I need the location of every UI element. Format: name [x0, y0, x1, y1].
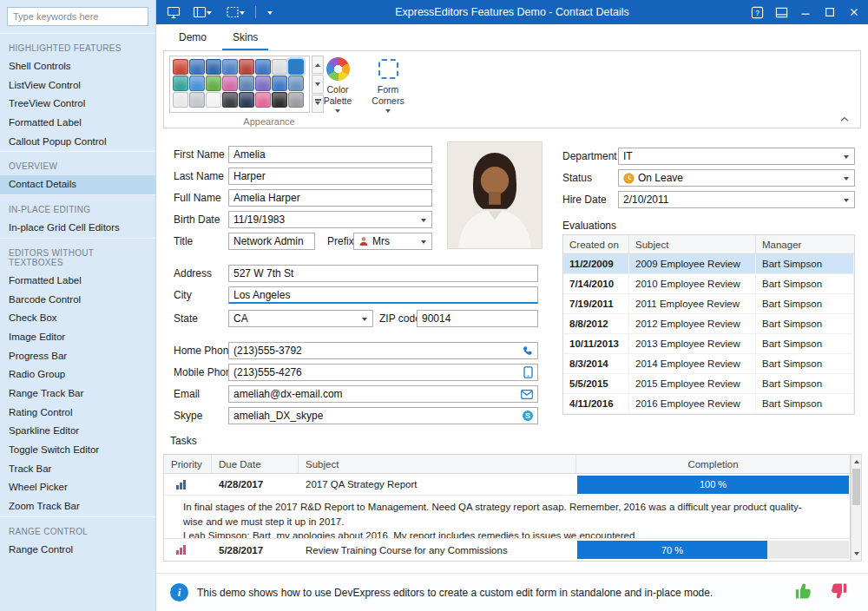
skin-swatch[interactable] [206, 59, 221, 75]
column-header-due-date[interactable]: Due Date [212, 455, 299, 474]
sidebar-item-barcode-control[interactable]: Barcode Control [0, 291, 155, 310]
layout-panel-button[interactable] [189, 0, 215, 24]
full-name-field[interactable] [228, 189, 432, 207]
chevron-down-icon[interactable] [418, 233, 430, 249]
skin-swatch[interactable] [288, 76, 304, 91]
skin-swatch-selected[interactable] [288, 59, 304, 75]
eval-cell-subject[interactable]: 2009 Employee Review [629, 254, 756, 274]
title-field[interactable] [228, 233, 315, 250]
skin-swatch[interactable] [255, 76, 271, 91]
skin-swatch[interactable] [288, 92, 304, 108]
task-due-date[interactable]: 5/28/2017 [212, 539, 299, 561]
ribbon-display-button[interactable] [769, 0, 793, 24]
eval-cell-subject[interactable]: 2016 Employee Review [629, 394, 756, 414]
task-priority-cell[interactable] [164, 539, 212, 561]
eval-cell-manager[interactable]: Bart Simpson [756, 334, 854, 354]
eval-cell-manager[interactable]: Bart Simpson [756, 354, 854, 374]
skin-swatch[interactable] [189, 92, 205, 108]
scroll-down-icon[interactable] [854, 552, 859, 558]
home-phone-input[interactable] [233, 345, 518, 357]
eval-cell-created[interactable]: 10/11/2013 [563, 334, 629, 354]
eval-cell-created[interactable]: 5/5/2015 [563, 374, 629, 394]
eval-cell-subject[interactable]: 2011 Employee Review [629, 294, 756, 314]
mobile-phone-input[interactable] [233, 366, 520, 378]
prefix-combobox[interactable]: Mrs [353, 233, 432, 250]
column-header-priority[interactable]: Priority [164, 455, 212, 474]
sidebar-item-check-box[interactable]: Check Box [0, 309, 155, 328]
eval-cell-manager[interactable]: Bart Simpson [756, 294, 854, 314]
sidebar-item-zoom-track-bar[interactable]: Zoom Track Bar [0, 497, 155, 516]
task-subject[interactable]: 2017 QA Strategy Report [299, 474, 576, 496]
eval-cell-created[interactable]: 11/2/2009 [563, 254, 629, 274]
eval-cell-subject[interactable]: 2010 Employee Review [629, 274, 756, 294]
city-field[interactable] [228, 286, 538, 304]
email-input[interactable] [233, 388, 517, 400]
sidebar-item-progress-bar[interactable]: Progress Bar [0, 347, 155, 366]
eval-cell-created[interactable]: 8/3/2014 [563, 354, 629, 374]
task-subject[interactable]: Review Training Course for any Commissio… [299, 539, 576, 561]
address-field[interactable] [228, 265, 538, 282]
task-completion-cell[interactable]: 70 % [576, 539, 850, 561]
eval-cell-manager[interactable]: Bart Simpson [756, 254, 854, 274]
sidebar-item-toggle-switch[interactable]: Toggle Switch Editor [0, 441, 155, 460]
thumbs-up-button[interactable] [793, 581, 814, 605]
chevron-down-icon[interactable] [840, 148, 852, 164]
eval-cell-created[interactable]: 7/19/2011 [563, 294, 629, 314]
tasks-scrollbar[interactable] [851, 454, 862, 562]
chevron-down-icon[interactable] [418, 212, 430, 227]
eval-cell-manager[interactable]: Bart Simpson [756, 374, 854, 394]
eval-cell-subject[interactable]: 2013 Employee Review [629, 334, 756, 354]
sidebar-item-range-control[interactable]: Range Control [0, 541, 155, 560]
skin-swatch[interactable] [222, 59, 238, 75]
skin-swatch[interactable] [222, 76, 238, 91]
eval-cell-manager[interactable]: Bart Simpson [756, 394, 854, 414]
sidebar-item-contact-details[interactable]: Contact Details [0, 175, 155, 194]
skin-swatch[interactable] [239, 92, 254, 108]
skin-swatch[interactable] [173, 59, 188, 75]
toolbar-overflow-button[interactable] [263, 0, 277, 24]
scrollbar-thumb[interactable] [852, 469, 860, 505]
search-input[interactable] [13, 11, 142, 22]
skype-field[interactable]: S [228, 407, 538, 424]
skin-swatch[interactable] [255, 92, 271, 108]
sidebar-item-shell-controls[interactable]: Shell Controls [0, 57, 155, 76]
skin-swatch[interactable] [206, 92, 221, 108]
status-combobox[interactable]: On Leave [618, 169, 855, 187]
skin-swatch[interactable] [272, 59, 287, 75]
eval-cell-subject[interactable]: 2012 Employee Review [629, 314, 756, 334]
eval-cell-manager[interactable]: Bart Simpson [756, 314, 854, 334]
task-due-date[interactable]: 4/28/2017 [212, 474, 299, 496]
minimize-button[interactable] [793, 0, 818, 24]
state-combobox[interactable]: CA [228, 310, 373, 327]
email-field[interactable] [228, 385, 538, 403]
skin-swatch[interactable] [173, 92, 188, 108]
sidebar-item-inplace-grid-editors[interactable]: In-place Grid Cell Editors [0, 219, 155, 238]
scroll-up-icon[interactable] [854, 457, 859, 463]
skin-swatch[interactable] [222, 92, 238, 108]
skype-input[interactable] [233, 410, 519, 422]
column-header-task-subject[interactable]: Subject [299, 455, 576, 474]
sidebar-item-callout-popup[interactable]: Callout Popup Control [0, 133, 155, 152]
sidebar-item-track-bar[interactable]: Track Bar [0, 460, 155, 479]
home-phone-field[interactable] [228, 342, 538, 359]
sidebar-item-formatted-label-2[interactable]: Formatted Label [0, 272, 155, 291]
chevron-down-icon[interactable] [840, 192, 852, 207]
skin-swatch[interactable] [239, 59, 254, 75]
sidebar-item-radio-group[interactable]: Radio Group [0, 365, 155, 384]
task-completion-cell[interactable]: 100 % [576, 474, 850, 496]
task-priority-cell[interactable] [164, 474, 212, 496]
column-header-created-on[interactable]: Created on [563, 235, 629, 254]
birth-date-combobox[interactable]: 11/19/1983 [228, 211, 432, 228]
column-header-manager[interactable]: Manager [756, 235, 854, 254]
sidebar-item-image-editor[interactable]: Image Editor [0, 328, 155, 347]
sidebar-item-range-track-bar[interactable]: Range Track Bar [0, 384, 155, 404]
tab-skins[interactable]: Skins [222, 27, 268, 50]
eval-cell-subject[interactable]: 2015 Employee Review [629, 374, 756, 394]
sidebar-item-treeview-control[interactable]: TreeView Control [0, 95, 155, 114]
thumbs-down-button[interactable] [828, 581, 849, 605]
help-button[interactable]: ? [745, 0, 769, 24]
eval-cell-subject[interactable]: 2014 Employee Review [629, 354, 756, 374]
sidebar-item-wheel-picker[interactable]: Wheel Picker [0, 478, 155, 497]
skin-swatch[interactable] [272, 92, 287, 108]
skin-swatch[interactable] [239, 76, 254, 91]
